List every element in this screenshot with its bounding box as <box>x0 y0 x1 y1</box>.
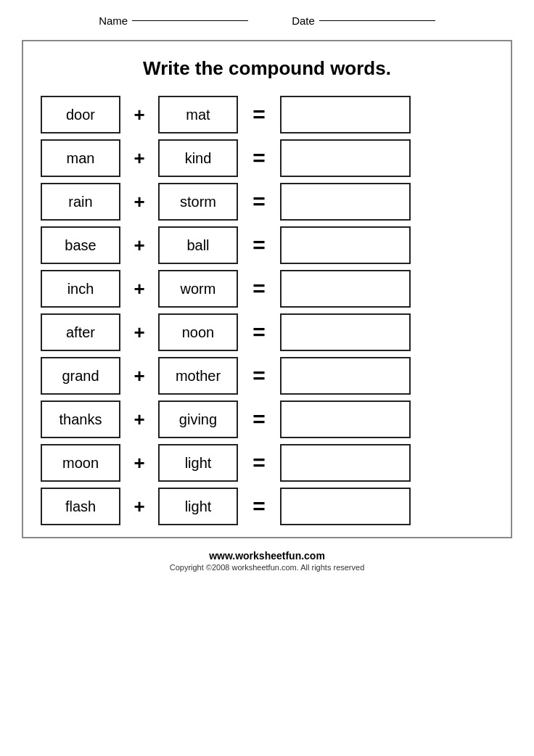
worksheet-box: Write the compound words. door+mat=man+k… <box>22 40 512 538</box>
plus-operator: + <box>120 104 158 126</box>
word1-box: rain <box>41 183 120 221</box>
table-row: grand+mother= <box>41 357 493 395</box>
answer-box[interactable] <box>280 488 411 525</box>
table-row: after+noon= <box>41 313 493 351</box>
header: Name Date <box>22 15 512 27</box>
plus-operator: + <box>120 365 158 387</box>
answer-box[interactable] <box>280 400 411 438</box>
date-label: Date <box>292 15 315 27</box>
word2-box: giving <box>158 400 238 438</box>
plus-operator: + <box>120 278 158 300</box>
worksheet-page: Name Date Write the compound words. door… <box>0 0 534 756</box>
word1-box: after <box>41 313 120 351</box>
word1-box: flash <box>41 488 120 525</box>
word1-box: thanks <box>41 400 120 438</box>
answer-box[interactable] <box>280 183 411 221</box>
plus-operator: + <box>120 452 158 474</box>
equals-operator: = <box>238 102 280 127</box>
date-field: Date <box>292 15 435 27</box>
table-row: inch+worm= <box>41 270 493 308</box>
word1-box: base <box>41 226 120 264</box>
table-row: rain+storm= <box>41 183 493 221</box>
word1-box: inch <box>41 270 120 308</box>
equals-operator: = <box>238 233 280 258</box>
word1-box: door <box>41 96 120 133</box>
equals-operator: = <box>238 407 280 432</box>
worksheet-title: Write the compound words. <box>41 57 493 80</box>
word2-box: noon <box>158 313 238 351</box>
word2-box: mother <box>158 357 238 395</box>
word2-box: mat <box>158 96 238 133</box>
plus-operator: + <box>120 321 158 344</box>
table-row: door+mat= <box>41 96 493 133</box>
answer-box[interactable] <box>280 226 411 264</box>
answer-box[interactable] <box>280 313 411 351</box>
answer-box[interactable] <box>280 357 411 395</box>
equals-operator: = <box>238 363 280 388</box>
word2-box: ball <box>158 226 238 264</box>
rows-container: door+mat=man+kind=rain+storm=base+ball=i… <box>41 96 493 525</box>
answer-box[interactable] <box>280 270 411 308</box>
word2-box: kind <box>158 139 238 177</box>
plus-operator: + <box>120 496 158 518</box>
date-underline <box>319 20 435 21</box>
table-row: moon+light= <box>41 444 493 482</box>
equals-operator: = <box>238 494 280 519</box>
word2-box: light <box>158 488 238 525</box>
name-label: Name <box>99 15 128 27</box>
word1-box: moon <box>41 444 120 482</box>
table-row: man+kind= <box>41 139 493 177</box>
footer-url: www.worksheetfun.com <box>22 550 512 562</box>
plus-operator: + <box>120 234 158 257</box>
table-row: thanks+giving= <box>41 400 493 438</box>
word1-box: man <box>41 139 120 177</box>
footer-copyright: Copyright ©2008 worksheetfun.com. All ri… <box>22 563 512 572</box>
word1-box: grand <box>41 357 120 395</box>
plus-operator: + <box>120 191 158 213</box>
answer-box[interactable] <box>280 444 411 482</box>
equals-operator: = <box>238 451 280 475</box>
equals-operator: = <box>238 146 280 170</box>
table-row: base+ball= <box>41 226 493 264</box>
word2-box: storm <box>158 183 238 221</box>
answer-box[interactable] <box>280 96 411 133</box>
answer-box[interactable] <box>280 139 411 177</box>
word2-box: light <box>158 444 238 482</box>
table-row: flash+light= <box>41 488 493 525</box>
equals-operator: = <box>238 189 280 214</box>
word2-box: worm <box>158 270 238 308</box>
name-field: Name <box>99 15 248 27</box>
equals-operator: = <box>238 276 280 301</box>
plus-operator: + <box>120 147 158 170</box>
name-underline <box>132 20 248 21</box>
plus-operator: + <box>120 408 158 431</box>
equals-operator: = <box>238 320 280 345</box>
